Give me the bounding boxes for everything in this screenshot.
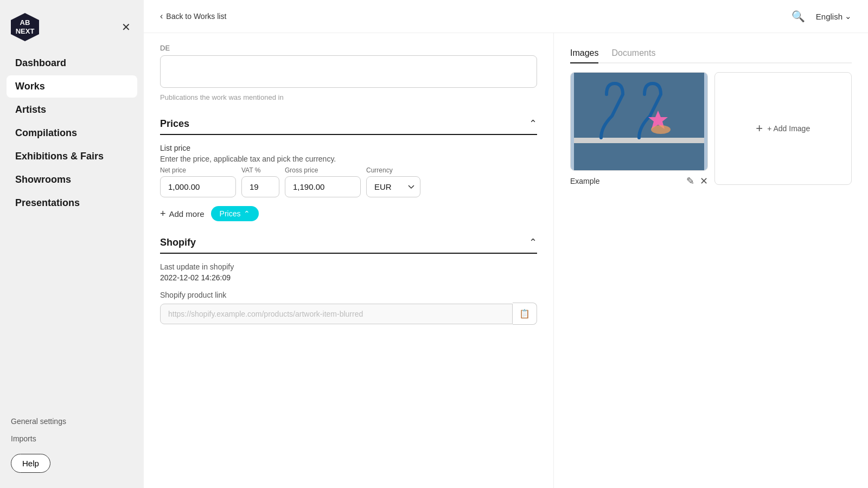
chevron-up-icon: ⌃ [244,209,250,218]
sidebar: ABNEXT ✕ Dashboard Works Artists Compila… [0,0,144,488]
shopify-content: Last update in shopify 2022-12-02 14:26:… [160,262,537,325]
net-price-group: Net price [160,166,236,197]
back-arrow-icon: ‹ [160,11,163,21]
sidebar-item-compilations[interactable]: Compilations [7,122,137,144]
svg-rect-1 [574,73,704,170]
logo-text: ABNEXT [16,18,35,35]
image-actions: ✎ ✕ [686,175,708,187]
add-image-card[interactable]: + + Add Image [714,72,852,185]
add-more-label: Add more [169,209,205,219]
right-panel: Images Documents [553,33,868,488]
publications-textarea[interactable] [160,55,537,88]
vat-input[interactable] [241,176,279,197]
publications-hint: Publications the work was mentioned in [160,93,537,101]
image-card [570,72,708,171]
shopify-link-input[interactable] [160,304,513,324]
currency-select[interactable]: EUR USD GBP CHF [366,176,420,197]
image-card-example: Example ✎ ✕ [570,72,708,187]
general-settings-link[interactable]: General settings [11,415,133,428]
image-caption: Example [570,177,599,185]
top-bar: ‹ Back to Works list 🔍 English ⌄ [144,0,868,33]
shopify-collapse-button[interactable]: ⌃ [529,236,537,248]
currency-label: Currency [366,166,420,174]
net-price-label: Net price [160,166,236,174]
plus-icon: + [160,208,166,220]
top-right: 🔍 English ⌄ [792,10,852,23]
sidebar-item-artists[interactable]: Artists [7,99,137,121]
search-icon[interactable]: 🔍 [792,10,805,23]
svg-point-3 [651,125,671,134]
nav-bottom: General settings Imports Help [0,408,144,479]
net-price-input[interactable] [160,176,236,197]
left-panel: DE Publications the work was mentioned i… [144,33,553,488]
copy-icon: 📋 [519,309,530,318]
language-selector[interactable]: English ⌄ [816,11,852,21]
artwork-image [571,73,707,170]
nav-items: Dashboard Works Artists Compilations Exh… [0,52,144,408]
shopify-section-header: Shopify ⌃ [160,236,537,254]
currency-group: Currency EUR USD GBP CHF [366,166,420,197]
back-link[interactable]: ‹ Back to Works list [160,11,226,21]
shopify-product-link-label: Shopify product link [160,291,537,299]
vat-label: VAT % [241,166,279,174]
vat-group: VAT % [241,166,279,197]
prices-tag-button[interactable]: Prices ⌃ [211,206,259,221]
sidebar-item-presentations[interactable]: Presentations [7,192,137,214]
logo: ABNEXT [11,13,39,41]
edit-image-button[interactable]: ✎ [686,175,694,187]
language-label: English [816,12,843,21]
gross-price-label: Gross price [285,166,361,174]
prices-collapse-button[interactable]: ⌃ [529,118,537,130]
tabs-row: Images Documents [570,44,852,63]
imports-link[interactable]: Imports [11,432,133,445]
shopify-title: Shopify [160,237,196,248]
gross-price-group: Gross price [285,166,361,197]
content-area: DE Publications the work was mentioned i… [144,33,868,488]
price-fields: Net price VAT % Gross price Currency [160,166,537,197]
gross-price-input[interactable] [285,176,361,197]
prices-title: Prices [160,118,189,130]
add-image-label: + Add Image [767,124,810,133]
delete-image-button[interactable]: ✕ [700,175,708,187]
add-more-button[interactable]: + Add more [160,208,205,220]
prices-description: Enter the price, applicable tax and pick… [160,155,537,163]
chevron-down-icon: ⌄ [845,11,852,21]
prices-content: List price Enter the price, applicable t… [160,144,537,221]
lang-label: DE [160,44,537,52]
close-sidebar-button[interactable]: ✕ [119,18,133,36]
sidebar-item-exhibitions-fairs[interactable]: Exhibitions & Fairs [7,145,137,168]
publications-section: DE Publications the work was mentioned i… [160,33,537,107]
prices-section-header: Prices ⌃ [160,118,537,135]
add-more-row: + Add more Prices ⌃ [160,206,537,221]
sidebar-header: ABNEXT ✕ [0,9,144,52]
tab-documents[interactable]: Documents [611,44,655,63]
list-price-label: List price [160,144,537,152]
sidebar-item-showrooms[interactable]: Showrooms [7,169,137,191]
help-button[interactable]: Help [11,454,50,473]
sidebar-item-dashboard[interactable]: Dashboard [7,52,137,74]
tab-images[interactable]: Images [570,44,598,63]
copy-link-button[interactable]: 📋 [513,303,537,325]
main-content: ‹ Back to Works list 🔍 English ⌄ DE Publ… [144,0,868,488]
shopify-last-update-value: 2022-12-02 14:26:09 [160,273,537,282]
back-link-label: Back to Works list [166,12,226,21]
shopify-last-update-label: Last update in shopify [160,262,537,271]
images-grid: Example ✎ ✕ + + Add Image [570,72,852,187]
prices-tag-label: Prices [220,209,241,218]
sidebar-item-works[interactable]: Works [7,75,137,98]
add-image-icon: + [756,121,763,136]
image-caption-row: Example ✎ ✕ [570,175,708,187]
shopify-link-row: 📋 [160,303,537,325]
